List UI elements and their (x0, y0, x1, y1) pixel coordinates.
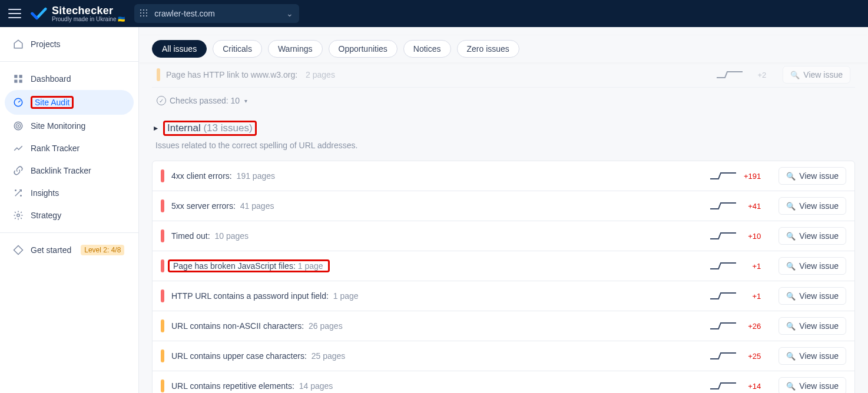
magic-icon (13, 188, 24, 198)
search-icon: 🔍 (786, 202, 796, 211)
site-selector[interactable]: crawler-test.com ⌄ (134, 4, 299, 23)
issue-row[interactable]: 5xx server errors: 41 pages+41🔍View issu… (153, 191, 854, 221)
issue-title: URL contains repetitive elements: (171, 381, 294, 391)
severity-indicator (161, 379, 164, 392)
menu-toggle[interactable] (8, 7, 21, 20)
issue-pages: 41 pages (238, 201, 274, 211)
sparkline-icon (710, 172, 736, 180)
highlight-site-audit: Site Audit (31, 96, 74, 109)
sidebar-item-backlink-tracker[interactable]: Backlink Tracker (5, 159, 134, 182)
view-issue-label: View issue (799, 201, 839, 211)
filter-zero-issues[interactable]: Zero issues (457, 40, 519, 58)
view-issue-button[interactable]: 🔍View issue (778, 197, 846, 215)
issue-row[interactable]: Timed out: 10 pages+10🔍View issue (153, 221, 854, 251)
severity-indicator (161, 199, 164, 212)
sidebar-item-label: Backlink Tracker (31, 166, 91, 175)
view-issue-button[interactable]: 🔍View issue (778, 257, 846, 275)
highlight-group: Internal (13 issues) (163, 121, 257, 136)
issue-row[interactable]: URL contains upper case characters: 25 p… (153, 341, 854, 371)
sidebar-item-label: Rank Tracker (31, 144, 79, 153)
gear-icon (13, 210, 24, 221)
dashboard-icon (13, 74, 24, 84)
sidebar-item-dashboard[interactable]: Dashboard (5, 68, 134, 90)
search-icon: 🔍 (786, 292, 796, 301)
main-content: All issues Criticals Warnings Opportunit… (139, 27, 868, 393)
search-icon: 🔍 (786, 172, 796, 181)
sidebar-item-site-audit[interactable]: Site Audit (5, 90, 134, 115)
issue-row[interactable]: Page has broken JavaScript files: 1 page… (153, 251, 854, 281)
view-issue-label: View issue (799, 231, 839, 241)
checks-passed[interactable]: ✓ Checks passed: 10 ▾ (152, 88, 855, 121)
view-issue-label: View issue (799, 381, 839, 391)
sparkline-icon (710, 202, 736, 210)
link-icon (13, 165, 24, 176)
svg-rect-3 (19, 80, 22, 83)
group-count: (13 issues) (203, 122, 252, 134)
sidebar-item-rank-tracker[interactable]: Rank Tracker (5, 137, 134, 159)
view-issue-button[interactable]: 🔍View issue (778, 287, 846, 305)
sidebar-item-label: Site Monitoring (31, 121, 85, 131)
sparkline-icon (710, 262, 736, 270)
brand-name: Sitechecker (52, 5, 125, 17)
sidebar-item-strategy[interactable]: Strategy (5, 204, 134, 227)
sparkline-icon (710, 382, 736, 390)
issue-row[interactable]: URL contains repetitive elements: 14 pag… (153, 371, 854, 393)
delta-value: +1 (743, 262, 761, 271)
sidebar-item-insights[interactable]: Insights (5, 182, 134, 204)
svg-rect-1 (19, 75, 22, 78)
group-name: Internal (167, 122, 201, 134)
caret-down-icon: ▾ (244, 98, 247, 104)
search-icon: 🔍 (786, 382, 796, 391)
checks-passed-label: Checks passed: 10 (170, 96, 240, 105)
search-icon: 🔍 (790, 71, 800, 79)
issue-title: URL contains upper case characters: (171, 351, 307, 361)
view-issue-button[interactable]: 🔍 View issue (783, 66, 850, 84)
sidebar-item-site-monitoring[interactable]: Site Monitoring (5, 115, 134, 137)
view-issue-label: View issue (799, 291, 839, 301)
severity-indicator (161, 169, 164, 182)
view-issue-label: View issue (799, 321, 839, 331)
group-header-internal[interactable]: ▴ Internal (13 issues) (152, 121, 855, 136)
delta-value: +191 (743, 172, 761, 181)
delta-value: +10 (743, 232, 761, 241)
issue-row[interactable]: URL contains non-ASCII characters: 26 pa… (153, 311, 854, 341)
sidebar-item-label: Projects (31, 39, 61, 49)
filter-warnings[interactable]: Warnings (268, 40, 323, 58)
view-issue-button[interactable]: 🔍View issue (778, 167, 846, 185)
issue-title: Page has broken JavaScript files: (173, 261, 296, 271)
search-icon: 🔍 (786, 322, 796, 331)
view-issue-button[interactable]: 🔍View issue (778, 317, 846, 335)
view-issue-button[interactable]: 🔍View issue (778, 227, 846, 245)
severity-indicator (161, 319, 164, 332)
delta-value: +25 (743, 352, 761, 361)
issues-list: 4xx client errors: 191 pages+191🔍View is… (152, 161, 855, 393)
sidebar-item-projects[interactable]: Projects (5, 33, 134, 55)
filter-opportunities[interactable]: Opportunities (329, 40, 397, 58)
filter-all-issues[interactable]: All issues (152, 40, 207, 58)
issue-row[interactable]: 4xx client errors: 191 pages+191🔍View is… (153, 161, 854, 191)
search-icon: 🔍 (786, 262, 796, 271)
filter-bar: All issues Criticals Warnings Opportunit… (139, 35, 868, 62)
level-badge: Level 2: 4/8 (81, 245, 124, 255)
filter-criticals[interactable]: Criticals (213, 40, 262, 58)
issue-pages: 10 pages (213, 231, 249, 241)
sidebar-item-label: Get started (31, 245, 71, 255)
sidebar: Projects Dashboard Site Audit (0, 27, 139, 393)
issue-row[interactable]: HTTP URL contains a password input field… (153, 281, 854, 311)
brand[interactable]: Sitechecker Proudly made in Ukraine 🇺🇦 (31, 5, 125, 22)
sparkline-icon (717, 71, 743, 79)
svg-rect-2 (14, 80, 17, 83)
issue-pages: 14 pages (297, 381, 333, 391)
search-icon: 🔍 (786, 352, 796, 361)
severity-indicator (161, 349, 164, 362)
issue-title: 5xx server errors: (171, 201, 236, 211)
filter-notices[interactable]: Notices (403, 40, 451, 58)
sparkline-icon (710, 352, 736, 360)
delta-value: +14 (743, 382, 761, 391)
severity-indicator (161, 289, 164, 302)
site-domain: crawler-test.com (154, 9, 215, 18)
issue-pages: 191 pages (234, 171, 275, 181)
sidebar-item-get-started[interactable]: Get started Level 2: 4/8 (5, 239, 134, 261)
view-issue-button[interactable]: 🔍View issue (778, 377, 846, 393)
view-issue-button[interactable]: 🔍View issue (778, 347, 846, 365)
